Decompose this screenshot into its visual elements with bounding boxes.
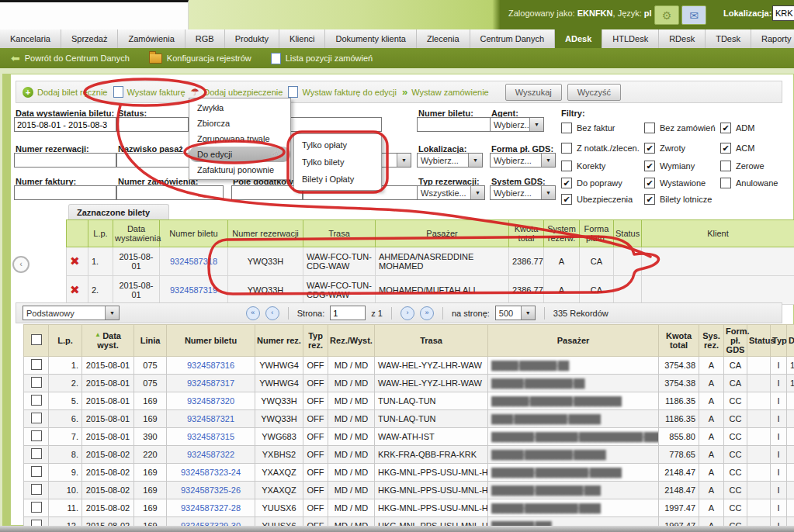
- clear-button[interactable]: Wyczyść: [567, 84, 621, 101]
- ticket-number-link[interactable]: 9324587322: [187, 450, 234, 459]
- ticket-number-link[interactable]: 9324587327-28: [181, 503, 241, 513]
- checkbox-checked-icon[interactable]: ✔: [644, 194, 655, 205]
- gds-payform-select[interactable]: Wybierz...▼: [490, 153, 556, 168]
- ticket-number-input[interactable]: [417, 117, 493, 132]
- submenu-item-bilety-i-opłaty[interactable]: Bilety i Opłaty: [294, 171, 381, 188]
- location-input[interactable]: [772, 5, 794, 21]
- row-checkbox[interactable]: [31, 395, 42, 406]
- ticket-number-link[interactable]: 9324587323-24: [181, 468, 241, 477]
- filter-checkbox-ubezpieczenia[interactable]: ✔Ubezpieczenia: [561, 194, 633, 205]
- tab-kancelaria[interactable]: Kancelaria: [0, 29, 61, 48]
- row-checkbox[interactable]: [31, 359, 42, 370]
- filter-checkbox-do-poprawy[interactable]: ✔Do poprawy: [561, 178, 622, 188]
- messages-button[interactable]: ✉: [681, 5, 706, 25]
- reservation-type-select[interactable]: Wszystkie...▼: [417, 185, 485, 200]
- tab-dokumenty-klienta[interactable]: Dokumenty klienta: [325, 29, 417, 48]
- ticket-number-link[interactable]: 9324587319: [170, 285, 217, 295]
- tab-rdesk[interactable]: RDesk: [659, 29, 706, 48]
- row-checkbox[interactable]: [31, 448, 42, 459]
- checkbox-icon[interactable]: [720, 161, 731, 171]
- register-config-link[interactable]: Konfiguracja rejestrów: [149, 54, 251, 64]
- tab-centrum-danych[interactable]: Centrum Danych: [470, 29, 556, 48]
- ticket-number-link[interactable]: 9324587325-26: [181, 485, 241, 495]
- issue-invoice-edit-button[interactable]: Wystaw fakturę do edycji: [288, 86, 397, 98]
- localization-select[interactable]: Wybierz...▼: [417, 153, 483, 168]
- checkbox-icon[interactable]: [561, 143, 572, 154]
- filter-checkbox-zwroty[interactable]: ✔Zwroty: [644, 143, 685, 154]
- menu-item-zbiorcza[interactable]: Zbiorcza: [189, 116, 290, 131]
- add-insurance-button[interactable]: ☂Dodaj ubezpieczenie: [191, 87, 283, 97]
- filter-checkbox-bez-zam-wie-[interactable]: Bez zamówień: [644, 123, 716, 133]
- select-all-checkbox[interactable]: [31, 334, 42, 345]
- checkbox-checked-icon[interactable]: ✔: [720, 123, 731, 133]
- filter-checkbox-bez-faktur[interactable]: Bez faktur: [561, 123, 615, 133]
- checkbox-icon[interactable]: [561, 161, 572, 171]
- tab-htldesk[interactable]: HTLDesk: [602, 29, 659, 48]
- status-input[interactable]: [116, 117, 191, 132]
- tab-klienci[interactable]: Klienci: [279, 29, 325, 48]
- row-checkbox[interactable]: [31, 484, 42, 495]
- tab-sprzedaż[interactable]: Sprzedaż: [61, 29, 118, 48]
- settings-button[interactable]: ⚙: [654, 5, 679, 25]
- tab-zlecenia[interactable]: Zlecenia: [417, 29, 470, 48]
- tab-adesk[interactable]: ADesk: [555, 29, 602, 48]
- last-page-button[interactable]: »: [420, 306, 434, 320]
- delete-row-icon[interactable]: ✖: [70, 254, 80, 268]
- per-page-select[interactable]: 500▼: [495, 306, 536, 320]
- checkbox-checked-icon[interactable]: ✔: [644, 161, 655, 171]
- row-checkbox[interactable]: [31, 413, 42, 423]
- horizontal-scrollbar[interactable]: [0, 526, 794, 532]
- date-issued-input[interactable]: [14, 117, 116, 132]
- menu-item-zgrupowana-trwale[interactable]: Zgrupowana trwale: [189, 131, 290, 147]
- tab-tdesk[interactable]: TDesk: [706, 29, 751, 48]
- checkbox-icon[interactable]: [720, 178, 731, 188]
- tab-produkty[interactable]: Produkty: [225, 29, 279, 48]
- filter-checkbox-adm[interactable]: ✔ADM: [720, 123, 754, 133]
- view-select[interactable]: Podstawowy▼: [23, 306, 120, 320]
- tab-rgb[interactable]: RGB: [185, 29, 225, 48]
- checkbox-checked-icon[interactable]: ✔: [561, 194, 572, 205]
- filter-checkbox-zerowe[interactable]: Zerowe: [720, 161, 765, 171]
- checkbox-icon[interactable]: [644, 123, 655, 133]
- row-checkbox[interactable]: [31, 466, 42, 477]
- filter-checkbox-anulowane[interactable]: Anulowane: [720, 178, 778, 188]
- invoice-number-input[interactable]: [14, 185, 116, 200]
- row-checkbox[interactable]: [31, 377, 42, 388]
- filter-checkbox-acm[interactable]: ✔ACM: [720, 143, 754, 154]
- row-checkbox[interactable]: [31, 502, 42, 513]
- menu-item-zwykła[interactable]: Zwykła: [189, 100, 290, 116]
- delete-row-icon[interactable]: ✖: [70, 283, 80, 296]
- issue-invoice-button[interactable]: Wystaw fakturę: [113, 86, 185, 98]
- next-page-button[interactable]: ›: [400, 306, 414, 320]
- tab-raporty[interactable]: Raporty: [751, 29, 794, 48]
- issue-order-button[interactable]: »Wystaw zamówienie: [402, 87, 489, 97]
- ticket-number-link[interactable]: 9324587315: [187, 432, 234, 441]
- order-items-list-link[interactable]: Lista pozycji zamówień: [271, 53, 373, 64]
- add-manual-ticket-button[interactable]: +Dodaj bilet ręcznie: [23, 87, 108, 98]
- submenu-item-tylko-opłaty[interactable]: Tylko opłaty: [294, 136, 381, 154]
- checkbox-checked-icon[interactable]: ✔: [720, 143, 731, 154]
- first-page-button[interactable]: «: [246, 306, 260, 320]
- search-button[interactable]: Wyszukaj: [505, 84, 562, 101]
- agent-select[interactable]: Wybierz...▼: [490, 117, 544, 132]
- checkbox-checked-icon[interactable]: ✔: [561, 178, 572, 188]
- row-checkbox[interactable]: [31, 430, 42, 441]
- collapse-panel-button[interactable]: ‹: [12, 256, 29, 273]
- filter-checkbox-bilety-lotnicze[interactable]: ✔Bilety lotnicze: [644, 194, 712, 205]
- gds-system-select[interactable]: Wybierz...▼: [490, 185, 556, 200]
- ticket-number-link[interactable]: 9324587317: [187, 378, 234, 388]
- ticket-number-link[interactable]: 9324587320: [187, 396, 234, 406]
- page-input[interactable]: [330, 306, 366, 320]
- checkbox-checked-icon[interactable]: ✔: [644, 178, 655, 188]
- filter-checkbox-korekty[interactable]: Korekty: [561, 161, 605, 171]
- ticket-number-link[interactable]: 9324587318: [170, 257, 217, 266]
- prev-page-button[interactable]: ‹: [265, 306, 279, 320]
- filter-checkbox-z-notatk-zlecen-[interactable]: Z notatk./zlecen.: [561, 143, 640, 154]
- order-number-input[interactable]: [116, 185, 224, 200]
- ticket-number-link[interactable]: 9324587316: [187, 361, 234, 370]
- rg-extra-field-input[interactable]: [231, 185, 303, 200]
- filter-checkbox-wystawione[interactable]: ✔Wystawione: [644, 178, 706, 188]
- sort-ascending-icon[interactable]: ▲: [95, 331, 102, 338]
- reservation-number-input[interactable]: [14, 153, 116, 168]
- back-to-data-center-link[interactable]: ⬅Powrót do Centrum Danych: [11, 53, 130, 64]
